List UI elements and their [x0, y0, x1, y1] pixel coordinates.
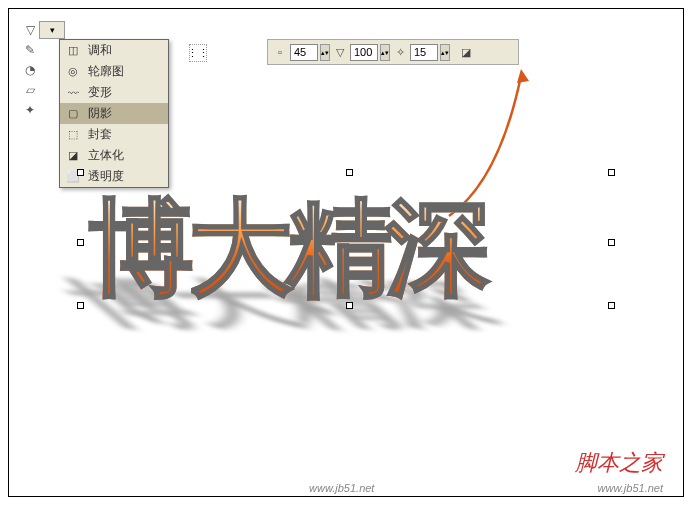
feather-edge-icon[interactable]: ◪: [458, 44, 474, 60]
blend-icon: ◫: [64, 43, 82, 59]
watermark-url2: www.jb51.net: [598, 482, 663, 494]
menu-item-label: 立体化: [88, 147, 124, 164]
menu-item-label: 调和: [88, 42, 112, 59]
handle-se[interactable]: [608, 302, 615, 309]
property-bar: ▫ ▴▾ ▽ ▴▾ ✧ ▴▾ ◪: [267, 39, 519, 65]
watermark-url: www.jb51.net: [309, 482, 374, 494]
contour-icon: ◎: [64, 64, 82, 80]
tool-eyedropper[interactable]: ✎: [21, 41, 39, 59]
handle-ne[interactable]: [608, 169, 615, 176]
menu-item-label: 阴影: [88, 105, 112, 122]
spinner[interactable]: ▴▾: [320, 44, 330, 61]
tool-flyout-button[interactable]: ▾: [39, 21, 65, 39]
handle-n[interactable]: [346, 169, 353, 176]
handle-sw[interactable]: [77, 302, 84, 309]
tool-interactive[interactable]: ▽: [21, 21, 39, 39]
handle-s[interactable]: [346, 302, 353, 309]
presets-button[interactable]: ⋮⋮: [189, 44, 207, 62]
spinner[interactable]: ▴▾: [380, 44, 390, 61]
shadow-angle-input[interactable]: [290, 44, 318, 61]
opacity-icon: ▽: [332, 44, 348, 60]
menu-item-envelope[interactable]: ⬚ 封套: [60, 124, 168, 145]
app-frame: ▽ ✎ ◔ ▱ ✦ ▾ ◫ 调和 ◎ 轮廓图 〰 变形 ▢ 阴影 ⬚ 封套 ◪ …: [8, 8, 684, 497]
extrude-icon: ◪: [64, 148, 82, 164]
watermark-brand: 脚本之家: [575, 448, 663, 478]
tool-effect[interactable]: ✦: [21, 101, 39, 119]
envelope-icon: ⬚: [64, 127, 82, 143]
menu-item-distort[interactable]: 〰 变形: [60, 82, 168, 103]
tool-outline[interactable]: ▱: [21, 81, 39, 99]
menu-item-blend[interactable]: ◫ 调和: [60, 40, 168, 61]
handle-e[interactable]: [608, 239, 615, 246]
handle-nw[interactable]: [77, 169, 84, 176]
menu-item-shadow[interactable]: ▢ 阴影: [60, 103, 168, 124]
shadow-feather-input[interactable]: [410, 44, 438, 61]
left-toolbox: ▽ ✎ ◔ ▱ ✦: [21, 21, 39, 121]
direction-icon: ▫: [272, 44, 288, 60]
menu-item-label: 轮廓图: [88, 63, 124, 80]
shadow-icon: ▢: [64, 106, 82, 122]
effects-flyout-menu: ◫ 调和 ◎ 轮廓图 〰 变形 ▢ 阴影 ⬚ 封套 ◪ 立体化 ⬜ 透明度: [59, 39, 169, 188]
menu-item-contour[interactable]: ◎ 轮廓图: [60, 61, 168, 82]
feather-icon: ✧: [392, 44, 408, 60]
distort-icon: 〰: [64, 85, 82, 101]
menu-item-label: 封套: [88, 126, 112, 143]
menu-item-extrude[interactable]: ◪ 立体化: [60, 145, 168, 166]
spinner[interactable]: ▴▾: [440, 44, 450, 61]
handle-w[interactable]: [77, 239, 84, 246]
shadow-opacity-input[interactable]: [350, 44, 378, 61]
tool-fill[interactable]: ◔: [21, 61, 39, 79]
menu-item-label: 变形: [88, 84, 112, 101]
selection-handles: [81, 173, 611, 305]
